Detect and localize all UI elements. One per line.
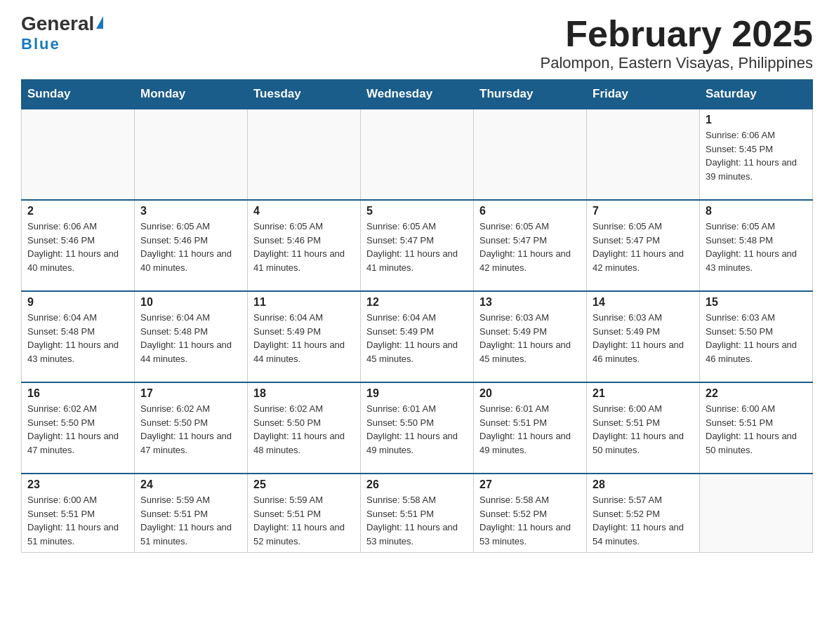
calendar-week-row: 2Sunrise: 6:06 AM Sunset: 5:46 PM Daylig… xyxy=(22,200,813,291)
calendar-header-row: SundayMondayTuesdayWednesdayThursdayFrid… xyxy=(22,80,813,109)
day-of-week-header: Saturday xyxy=(700,80,813,109)
calendar-cell: 23Sunrise: 6:00 AM Sunset: 5:51 PM Dayli… xyxy=(22,474,135,553)
day-number: 10 xyxy=(140,296,241,309)
day-info: Sunrise: 6:02 AM Sunset: 5:50 PM Dayligh… xyxy=(140,402,241,457)
day-info: Sunrise: 6:00 AM Sunset: 5:51 PM Dayligh… xyxy=(593,402,694,457)
day-info: Sunrise: 5:58 AM Sunset: 5:51 PM Dayligh… xyxy=(366,493,468,548)
calendar-cell: 27Sunrise: 5:58 AM Sunset: 5:52 PM Dayli… xyxy=(474,474,587,553)
day-number: 13 xyxy=(479,296,581,309)
logo-blue-text: Blue xyxy=(21,35,60,53)
day-number: 16 xyxy=(27,387,128,400)
logo-general-text: General xyxy=(21,14,94,34)
day-info: Sunrise: 6:05 AM Sunset: 5:46 PM Dayligh… xyxy=(253,220,355,274)
day-of-week-header: Thursday xyxy=(474,80,587,109)
day-number: 11 xyxy=(253,296,355,309)
calendar-cell: 2Sunrise: 6:06 AM Sunset: 5:46 PM Daylig… xyxy=(22,200,135,291)
calendar-cell: 28Sunrise: 5:57 AM Sunset: 5:52 PM Dayli… xyxy=(587,474,700,553)
day-number: 7 xyxy=(593,205,694,217)
calendar-cell: 13Sunrise: 6:03 AM Sunset: 5:49 PM Dayli… xyxy=(474,291,587,382)
calendar-cell: 26Sunrise: 5:58 AM Sunset: 5:51 PM Dayli… xyxy=(361,474,474,553)
calendar-cell: 21Sunrise: 6:00 AM Sunset: 5:51 PM Dayli… xyxy=(587,382,700,474)
calendar-cell: 17Sunrise: 6:02 AM Sunset: 5:50 PM Dayli… xyxy=(135,382,248,474)
logo: General Blue xyxy=(21,14,103,53)
day-number: 4 xyxy=(253,205,355,217)
day-info: Sunrise: 6:03 AM Sunset: 5:50 PM Dayligh… xyxy=(706,311,807,365)
calendar-cell: 20Sunrise: 6:01 AM Sunset: 5:51 PM Dayli… xyxy=(474,382,587,474)
calendar-cell: 10Sunrise: 6:04 AM Sunset: 5:48 PM Dayli… xyxy=(135,291,248,382)
day-number: 26 xyxy=(366,478,468,491)
calendar-cell: 9Sunrise: 6:04 AM Sunset: 5:48 PM Daylig… xyxy=(22,291,135,382)
calendar-cell xyxy=(700,474,813,553)
day-info: Sunrise: 6:02 AM Sunset: 5:50 PM Dayligh… xyxy=(27,402,128,457)
title-block: February 2025 Palompon, Eastern Visayas,… xyxy=(541,14,813,72)
day-number: 23 xyxy=(27,478,128,491)
calendar-week-row: 23Sunrise: 6:00 AM Sunset: 5:51 PM Dayli… xyxy=(22,474,813,553)
calendar-cell: 22Sunrise: 6:00 AM Sunset: 5:51 PM Dayli… xyxy=(700,382,813,474)
calendar-table: SundayMondayTuesdayWednesdayThursdayFrid… xyxy=(21,79,813,553)
day-number: 24 xyxy=(140,478,241,491)
day-info: Sunrise: 6:04 AM Sunset: 5:49 PM Dayligh… xyxy=(253,311,355,365)
calendar-cell: 11Sunrise: 6:04 AM Sunset: 5:49 PM Dayli… xyxy=(248,291,361,382)
day-number: 3 xyxy=(140,205,241,217)
day-info: Sunrise: 6:05 AM Sunset: 5:47 PM Dayligh… xyxy=(479,220,581,274)
day-number: 25 xyxy=(253,478,355,491)
calendar-cell: 14Sunrise: 6:03 AM Sunset: 5:49 PM Dayli… xyxy=(587,291,700,382)
calendar-cell: 8Sunrise: 6:05 AM Sunset: 5:48 PM Daylig… xyxy=(700,200,813,291)
calendar-cell xyxy=(248,109,361,200)
day-of-week-header: Sunday xyxy=(22,80,135,109)
day-number: 21 xyxy=(593,387,694,400)
calendar-subtitle: Palompon, Eastern Visayas, Philippines xyxy=(541,54,813,72)
calendar-cell: 25Sunrise: 5:59 AM Sunset: 5:51 PM Dayli… xyxy=(248,474,361,553)
day-info: Sunrise: 6:05 AM Sunset: 5:46 PM Dayligh… xyxy=(140,220,241,274)
day-number: 27 xyxy=(479,478,581,491)
day-info: Sunrise: 6:04 AM Sunset: 5:48 PM Dayligh… xyxy=(27,311,128,365)
day-number: 19 xyxy=(366,387,468,400)
day-info: Sunrise: 6:04 AM Sunset: 5:49 PM Dayligh… xyxy=(366,311,468,365)
calendar-cell: 12Sunrise: 6:04 AM Sunset: 5:49 PM Dayli… xyxy=(361,291,474,382)
calendar-cell: 18Sunrise: 6:02 AM Sunset: 5:50 PM Dayli… xyxy=(248,382,361,474)
day-info: Sunrise: 6:00 AM Sunset: 5:51 PM Dayligh… xyxy=(27,493,128,548)
day-info: Sunrise: 5:58 AM Sunset: 5:52 PM Dayligh… xyxy=(479,493,581,548)
day-number: 17 xyxy=(140,387,241,400)
day-number: 12 xyxy=(366,296,468,309)
calendar-cell xyxy=(587,109,700,200)
page-header: General Blue February 2025 Palompon, Eas… xyxy=(21,14,813,72)
calendar-cell: 19Sunrise: 6:01 AM Sunset: 5:50 PM Dayli… xyxy=(361,382,474,474)
day-number: 20 xyxy=(479,387,581,400)
day-info: Sunrise: 6:05 AM Sunset: 5:47 PM Dayligh… xyxy=(366,220,468,274)
day-info: Sunrise: 6:01 AM Sunset: 5:51 PM Dayligh… xyxy=(479,402,581,457)
day-of-week-header: Monday xyxy=(135,80,248,109)
day-number: 28 xyxy=(593,478,694,491)
day-number: 2 xyxy=(27,205,128,217)
day-number: 1 xyxy=(706,114,807,126)
day-info: Sunrise: 5:59 AM Sunset: 5:51 PM Dayligh… xyxy=(253,493,355,548)
calendar-cell: 6Sunrise: 6:05 AM Sunset: 5:47 PM Daylig… xyxy=(474,200,587,291)
day-info: Sunrise: 6:05 AM Sunset: 5:48 PM Dayligh… xyxy=(706,220,807,274)
calendar-week-row: 9Sunrise: 6:04 AM Sunset: 5:48 PM Daylig… xyxy=(22,291,813,382)
calendar-cell: 16Sunrise: 6:02 AM Sunset: 5:50 PM Dayli… xyxy=(22,382,135,474)
calendar-week-row: 16Sunrise: 6:02 AM Sunset: 5:50 PM Dayli… xyxy=(22,382,813,474)
calendar-cell: 3Sunrise: 6:05 AM Sunset: 5:46 PM Daylig… xyxy=(135,200,248,291)
day-info: Sunrise: 5:57 AM Sunset: 5:52 PM Dayligh… xyxy=(593,493,694,548)
day-info: Sunrise: 6:06 AM Sunset: 5:46 PM Dayligh… xyxy=(27,220,128,274)
day-of-week-header: Friday xyxy=(587,80,700,109)
day-of-week-header: Wednesday xyxy=(361,80,474,109)
day-info: Sunrise: 6:04 AM Sunset: 5:48 PM Dayligh… xyxy=(140,311,241,365)
day-number: 5 xyxy=(366,205,468,217)
calendar-cell xyxy=(22,109,135,200)
day-of-week-header: Tuesday xyxy=(248,80,361,109)
day-number: 8 xyxy=(706,205,807,217)
calendar-cell: 5Sunrise: 6:05 AM Sunset: 5:47 PM Daylig… xyxy=(361,200,474,291)
calendar-cell xyxy=(474,109,587,200)
day-number: 14 xyxy=(593,296,694,309)
day-info: Sunrise: 5:59 AM Sunset: 5:51 PM Dayligh… xyxy=(140,493,241,548)
day-info: Sunrise: 6:03 AM Sunset: 5:49 PM Dayligh… xyxy=(479,311,581,365)
day-info: Sunrise: 6:05 AM Sunset: 5:47 PM Dayligh… xyxy=(593,220,694,274)
day-info: Sunrise: 6:00 AM Sunset: 5:51 PM Dayligh… xyxy=(706,402,807,457)
logo-triangle-icon xyxy=(96,16,103,29)
day-number: 22 xyxy=(706,387,807,400)
calendar-cell xyxy=(361,109,474,200)
day-number: 9 xyxy=(27,296,128,309)
day-info: Sunrise: 6:03 AM Sunset: 5:49 PM Dayligh… xyxy=(593,311,694,365)
day-number: 6 xyxy=(479,205,581,217)
